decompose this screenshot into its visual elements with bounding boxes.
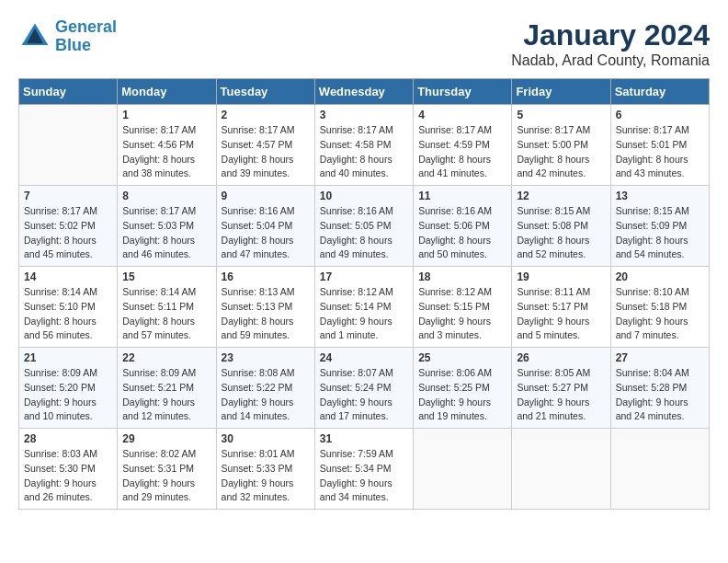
day-info: Sunrise: 8:14 AMSunset: 5:10 PMDaylight:… bbox=[24, 285, 112, 343]
page-title: January 2024 bbox=[511, 18, 710, 52]
calendar-weekday-header: Tuesday bbox=[216, 79, 314, 105]
day-number: 31 bbox=[320, 432, 408, 445]
calendar-day-cell: 18Sunrise: 8:12 AMSunset: 5:15 PMDayligh… bbox=[414, 267, 512, 348]
calendar-day-cell: 31Sunrise: 7:59 AMSunset: 5:34 PMDayligh… bbox=[314, 429, 413, 510]
day-number: 17 bbox=[320, 270, 408, 283]
day-number: 20 bbox=[616, 270, 704, 283]
day-info: Sunrise: 8:09 AMSunset: 5:21 PMDaylight:… bbox=[122, 366, 210, 424]
day-info: Sunrise: 8:07 AMSunset: 5:24 PMDaylight:… bbox=[320, 366, 408, 424]
day-info: Sunrise: 8:17 AMSunset: 4:58 PMDaylight:… bbox=[320, 123, 408, 181]
calendar-day-cell: 28Sunrise: 8:03 AMSunset: 5:30 PMDayligh… bbox=[19, 429, 118, 510]
calendar-day-cell: 27Sunrise: 8:04 AMSunset: 5:28 PMDayligh… bbox=[610, 348, 709, 429]
calendar-day-cell: 17Sunrise: 8:12 AMSunset: 5:14 PMDayligh… bbox=[314, 267, 413, 348]
day-number: 7 bbox=[24, 190, 112, 202]
calendar-day-cell: 16Sunrise: 8:13 AMSunset: 5:13 PMDayligh… bbox=[216, 267, 314, 348]
day-number: 26 bbox=[517, 351, 605, 364]
day-number: 5 bbox=[517, 109, 605, 121]
day-number: 16 bbox=[222, 270, 310, 283]
calendar-day-cell: 7Sunrise: 8:17 AMSunset: 5:02 PMDaylight… bbox=[19, 186, 118, 267]
title-area: January 2024 Nadab, Arad County, Romania bbox=[511, 18, 710, 69]
day-number: 3 bbox=[320, 109, 408, 121]
calendar-day-cell: 23Sunrise: 8:08 AMSunset: 5:22 PMDayligh… bbox=[216, 348, 314, 429]
day-number: 24 bbox=[320, 351, 408, 364]
calendar-week-row: 14Sunrise: 8:14 AMSunset: 5:10 PMDayligh… bbox=[19, 267, 710, 348]
day-number: 18 bbox=[418, 270, 506, 283]
calendar-day-cell: 26Sunrise: 8:05 AMSunset: 5:27 PMDayligh… bbox=[512, 348, 610, 429]
day-info: Sunrise: 8:17 AMSunset: 5:00 PMDaylight:… bbox=[517, 123, 605, 181]
day-number: 10 bbox=[320, 190, 408, 202]
day-info: Sunrise: 8:10 AMSunset: 5:18 PMDaylight:… bbox=[616, 285, 704, 343]
day-number: 13 bbox=[616, 190, 704, 202]
day-number: 27 bbox=[616, 351, 704, 364]
logo-icon bbox=[18, 20, 51, 53]
day-info: Sunrise: 8:13 AMSunset: 5:13 PMDaylight:… bbox=[222, 285, 310, 343]
day-info: Sunrise: 8:16 AMSunset: 5:06 PMDaylight:… bbox=[418, 204, 506, 262]
calendar-day-cell: 4Sunrise: 8:17 AMSunset: 4:59 PMDaylight… bbox=[414, 105, 512, 186]
day-info: Sunrise: 8:17 AMSunset: 5:02 PMDaylight:… bbox=[24, 204, 112, 262]
day-number: 23 bbox=[222, 351, 310, 364]
calendar-day-cell: 2Sunrise: 8:17 AMSunset: 4:57 PMDaylight… bbox=[216, 105, 314, 186]
calendar-day-cell: 3Sunrise: 8:17 AMSunset: 4:58 PMDaylight… bbox=[314, 105, 413, 186]
calendar-week-row: 1Sunrise: 8:17 AMSunset: 4:56 PMDaylight… bbox=[19, 105, 710, 186]
calendar-day-cell: 29Sunrise: 8:02 AMSunset: 5:31 PMDayligh… bbox=[118, 429, 216, 510]
calendar-day-cell: 22Sunrise: 8:09 AMSunset: 5:21 PMDayligh… bbox=[118, 348, 216, 429]
calendar-day-cell: 21Sunrise: 8:09 AMSunset: 5:20 PMDayligh… bbox=[19, 348, 118, 429]
calendar-day-cell: 6Sunrise: 8:17 AMSunset: 5:01 PMDaylight… bbox=[610, 105, 709, 186]
day-info: Sunrise: 8:01 AMSunset: 5:33 PMDaylight:… bbox=[222, 447, 310, 505]
day-info: Sunrise: 8:16 AMSunset: 5:05 PMDaylight:… bbox=[320, 204, 408, 262]
calendar-weekday-header: Monday bbox=[118, 79, 216, 105]
day-info: Sunrise: 8:06 AMSunset: 5:25 PMDaylight:… bbox=[418, 366, 506, 424]
day-info: Sunrise: 8:12 AMSunset: 5:15 PMDaylight:… bbox=[418, 285, 506, 343]
calendar-day-cell: 11Sunrise: 8:16 AMSunset: 5:06 PMDayligh… bbox=[414, 186, 512, 267]
day-number: 30 bbox=[222, 432, 310, 445]
logo-line2: Blue bbox=[55, 36, 91, 54]
day-info: Sunrise: 8:17 AMSunset: 4:56 PMDaylight:… bbox=[122, 123, 210, 181]
calendar-day-cell: 25Sunrise: 8:06 AMSunset: 5:25 PMDayligh… bbox=[414, 348, 512, 429]
day-info: Sunrise: 8:17 AMSunset: 5:01 PMDaylight:… bbox=[616, 123, 704, 181]
calendar-day-cell bbox=[610, 429, 709, 510]
day-info: Sunrise: 8:05 AMSunset: 5:27 PMDaylight:… bbox=[517, 366, 605, 424]
calendar-day-cell: 12Sunrise: 8:15 AMSunset: 5:08 PMDayligh… bbox=[512, 186, 610, 267]
day-info: Sunrise: 8:11 AMSunset: 5:17 PMDaylight:… bbox=[517, 285, 605, 343]
calendar-day-cell bbox=[414, 429, 512, 510]
day-info: Sunrise: 8:02 AMSunset: 5:31 PMDaylight:… bbox=[122, 447, 210, 505]
calendar-week-row: 7Sunrise: 8:17 AMSunset: 5:02 PMDaylight… bbox=[19, 186, 710, 267]
calendar-weekday-header: Wednesday bbox=[314, 79, 413, 105]
day-number: 15 bbox=[122, 270, 210, 283]
calendar-header-row: SundayMondayTuesdayWednesdayThursdayFrid… bbox=[19, 79, 710, 105]
calendar-day-cell: 14Sunrise: 8:14 AMSunset: 5:10 PMDayligh… bbox=[19, 267, 118, 348]
day-info: Sunrise: 8:12 AMSunset: 5:14 PMDaylight:… bbox=[320, 285, 408, 343]
day-number: 28 bbox=[24, 432, 112, 445]
day-number: 25 bbox=[418, 351, 506, 364]
calendar-day-cell: 15Sunrise: 8:14 AMSunset: 5:11 PMDayligh… bbox=[118, 267, 216, 348]
day-number: 6 bbox=[616, 109, 704, 121]
day-number: 12 bbox=[517, 190, 605, 202]
day-info: Sunrise: 8:08 AMSunset: 5:22 PMDaylight:… bbox=[222, 366, 310, 424]
day-number: 29 bbox=[122, 432, 210, 445]
calendar-day-cell: 5Sunrise: 8:17 AMSunset: 5:00 PMDaylight… bbox=[512, 105, 610, 186]
calendar-weekday-header: Thursday bbox=[414, 79, 512, 105]
day-info: Sunrise: 8:16 AMSunset: 5:04 PMDaylight:… bbox=[222, 204, 310, 262]
calendar-day-cell: 30Sunrise: 8:01 AMSunset: 5:33 PMDayligh… bbox=[216, 429, 314, 510]
calendar-weekday-header: Friday bbox=[512, 79, 610, 105]
calendar-day-cell: 13Sunrise: 8:15 AMSunset: 5:09 PMDayligh… bbox=[610, 186, 709, 267]
calendar-week-row: 28Sunrise: 8:03 AMSunset: 5:30 PMDayligh… bbox=[19, 429, 710, 510]
day-info: Sunrise: 8:17 AMSunset: 4:57 PMDaylight:… bbox=[222, 123, 310, 181]
logo: General Blue bbox=[18, 18, 117, 55]
day-info: Sunrise: 8:09 AMSunset: 5:20 PMDaylight:… bbox=[24, 366, 112, 424]
calendar-day-cell: 10Sunrise: 8:16 AMSunset: 5:05 PMDayligh… bbox=[314, 186, 413, 267]
day-number: 11 bbox=[418, 190, 506, 202]
calendar-week-row: 21Sunrise: 8:09 AMSunset: 5:20 PMDayligh… bbox=[19, 348, 710, 429]
calendar-day-cell bbox=[19, 105, 118, 186]
calendar-day-cell: 1Sunrise: 8:17 AMSunset: 4:56 PMDaylight… bbox=[118, 105, 216, 186]
day-number: 21 bbox=[24, 351, 112, 364]
calendar: SundayMondayTuesdayWednesdayThursdayFrid… bbox=[18, 78, 710, 510]
calendar-day-cell: 19Sunrise: 8:11 AMSunset: 5:17 PMDayligh… bbox=[512, 267, 610, 348]
day-info: Sunrise: 8:15 AMSunset: 5:09 PMDaylight:… bbox=[616, 204, 704, 262]
day-info: Sunrise: 8:14 AMSunset: 5:11 PMDaylight:… bbox=[122, 285, 210, 343]
calendar-weekday-header: Saturday bbox=[610, 79, 709, 105]
logo-text: General Blue bbox=[55, 18, 117, 55]
day-info: Sunrise: 8:17 AMSunset: 5:03 PMDaylight:… bbox=[122, 204, 210, 262]
day-info: Sunrise: 8:17 AMSunset: 4:59 PMDaylight:… bbox=[418, 123, 506, 181]
day-number: 4 bbox=[418, 109, 506, 121]
